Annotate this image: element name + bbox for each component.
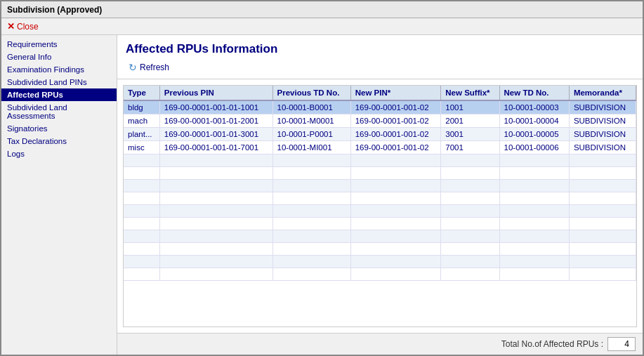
refresh-button[interactable]: ↻ Refresh bbox=[126, 60, 172, 74]
col-type: Type bbox=[124, 86, 159, 100]
main-panel: Affected RPUs Information ↻ Refresh Type… bbox=[117, 35, 643, 355]
table-row-empty bbox=[124, 230, 636, 243]
sidebar-item-subdivided-land-pins[interactable]: Subdivided Land PINs bbox=[1, 76, 117, 88]
table-cell: 169-00-0001-001-01-1001 bbox=[159, 100, 272, 114]
footer-label: Total No.of Affected RPUs : bbox=[501, 339, 603, 349]
table-row-empty bbox=[124, 192, 636, 205]
table-cell: SUBDIVISION bbox=[569, 141, 636, 154]
sidebar: RequirementsGeneral InfoExamination Find… bbox=[1, 35, 117, 355]
table-row[interactable]: mach169-00-0001-001-01-200110-0001-M0001… bbox=[124, 114, 636, 128]
col-memo: Memoranda* bbox=[569, 86, 636, 100]
main-window: Subdivision (Approved) ✕ Close Requireme… bbox=[0, 0, 644, 356]
table-row-empty bbox=[124, 243, 636, 256]
col-new-suffix: New Suffix* bbox=[441, 86, 499, 100]
table-row[interactable]: misc169-00-0001-001-01-700110-0001-MI001… bbox=[124, 141, 636, 154]
table-row[interactable]: bldg169-00-0001-001-01-100110-0001-B0001… bbox=[124, 100, 636, 114]
table-container: Type Previous PIN Previous TD No. New PI… bbox=[123, 85, 637, 327]
table-cell: misc bbox=[124, 141, 159, 154]
close-button[interactable]: ✕ Close bbox=[7, 21, 39, 32]
main-header: Affected RPUs Information ↻ Refresh bbox=[117, 35, 643, 79]
table-cell: plant... bbox=[124, 128, 159, 141]
table-cell: 169-00-0001-001-02 bbox=[350, 128, 441, 141]
table-cell: 169-00-0001-001-01-7001 bbox=[159, 141, 272, 154]
table-row-empty bbox=[124, 218, 636, 230]
table-cell: 10-0001-00004 bbox=[499, 114, 569, 128]
toolbar: ✕ Close bbox=[1, 18, 643, 35]
sidebar-item-tax-declarations[interactable]: Tax Declarations bbox=[1, 135, 117, 147]
table-cell: 2001 bbox=[441, 114, 499, 128]
table-row-empty bbox=[124, 205, 636, 218]
table-cell: 10-0001-00003 bbox=[499, 100, 569, 114]
table-cell: 169-00-0001-001-01-2001 bbox=[159, 114, 272, 128]
table-row-empty bbox=[124, 268, 636, 281]
table-cell: bldg bbox=[124, 100, 159, 114]
table-cell: 10-0001-MI001 bbox=[272, 141, 350, 154]
table-cell: 169-00-0001-001-02 bbox=[350, 114, 441, 128]
table-cell: SUBDIVISION bbox=[569, 100, 636, 114]
table-cell: 3001 bbox=[441, 128, 499, 141]
table-row-empty bbox=[124, 154, 636, 167]
table-row-empty bbox=[124, 167, 636, 180]
rpus-table: Type Previous PIN Previous TD No. New PI… bbox=[124, 86, 636, 281]
footer: Total No.of Affected RPUs : 4 bbox=[117, 333, 643, 355]
table-cell: 10-0001-00006 bbox=[499, 141, 569, 154]
window-title: Subdivision (Approved) bbox=[7, 5, 102, 15]
sidebar-item-requirements[interactable]: Requirements bbox=[1, 38, 117, 51]
table-cell: 169-00-0001-001-02 bbox=[350, 100, 441, 114]
col-prev-td: Previous TD No. bbox=[272, 86, 350, 100]
sidebar-item-subdivided-land-assessments[interactable]: Subdivided Land Assessments bbox=[1, 101, 117, 122]
footer-value: 4 bbox=[607, 337, 636, 351]
sidebar-item-logs[interactable]: Logs bbox=[1, 147, 117, 160]
page-title: Affected RPUs Information bbox=[126, 42, 634, 56]
table-cell: 169-00-0001-001-02 bbox=[350, 141, 441, 154]
refresh-label: Refresh bbox=[140, 62, 169, 72]
content-area: RequirementsGeneral InfoExamination Find… bbox=[1, 35, 643, 355]
sidebar-item-signatories[interactable]: Signatories bbox=[1, 122, 117, 135]
sidebar-item-examination-findings[interactable]: Examination Findings bbox=[1, 63, 117, 76]
col-new-pin: New PIN* bbox=[350, 86, 441, 100]
table-cell: mach bbox=[124, 114, 159, 128]
table-row-empty bbox=[124, 180, 636, 192]
table-cell: 10-0001-P0001 bbox=[272, 128, 350, 141]
col-prev-pin: Previous PIN bbox=[159, 86, 272, 100]
title-bar: Subdivision (Approved) bbox=[1, 1, 643, 18]
close-label: Close bbox=[17, 22, 39, 32]
col-new-td: New TD No. bbox=[499, 86, 569, 100]
table-cell: SUBDIVISION bbox=[569, 128, 636, 141]
sidebar-item-affected-rpus[interactable]: Affected RPUs bbox=[1, 88, 117, 101]
table-header-row: Type Previous PIN Previous TD No. New PI… bbox=[124, 86, 636, 100]
table-cell: 10-0001-M0001 bbox=[272, 114, 350, 128]
table-row[interactable]: plant...169-00-0001-001-01-300110-0001-P… bbox=[124, 128, 636, 141]
close-icon: ✕ bbox=[7, 21, 15, 32]
table-cell: SUBDIVISION bbox=[569, 114, 636, 128]
sidebar-item-general-info[interactable]: General Info bbox=[1, 51, 117, 63]
table-cell: 1001 bbox=[441, 100, 499, 114]
table-cell: 169-00-0001-001-01-3001 bbox=[159, 128, 272, 141]
table-cell: 10-0001-B0001 bbox=[272, 100, 350, 114]
table-row-empty bbox=[124, 256, 636, 268]
table-cell: 10-0001-00005 bbox=[499, 128, 569, 141]
table-cell: 7001 bbox=[441, 141, 499, 154]
refresh-icon: ↻ bbox=[129, 62, 137, 73]
